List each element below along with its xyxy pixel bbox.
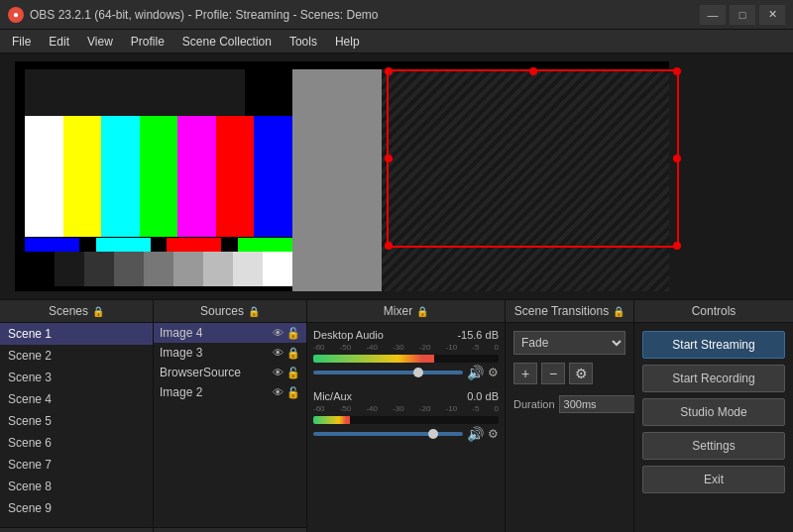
desktop-fader-thumb[interactable] <box>413 368 423 377</box>
handle-br <box>673 242 681 250</box>
settings-button[interactable]: Settings <box>642 432 785 460</box>
scene-item[interactable]: Scene 3 <box>0 367 153 388</box>
close-button[interactable]: ✕ <box>759 5 785 25</box>
mixer-panel-header: Mixer 🔒 <box>307 300 505 323</box>
menu-bar: FileEditViewProfileScene CollectionTools… <box>0 30 793 53</box>
mic-aux-channel: Mic/Aux 0.0 dB -60-50-40-30-20-10-50 🔊 ⚙ <box>313 390 499 442</box>
source-icons: 👁🔓 <box>273 386 300 399</box>
title-bar-left: ● OBS 23.2.1 (64-bit, windows) - Profile… <box>8 7 378 23</box>
transition-settings-button[interactable]: ⚙ <box>569 363 593 384</box>
desktop-fader-track[interactable] <box>313 371 463 374</box>
sources-lock-icon: 🔒 <box>248 306 260 317</box>
bar-blue <box>254 116 292 237</box>
start-streaming-button[interactable]: Start Streaming <box>642 331 785 359</box>
transitions-content: Fade Cut + − ⚙ Duration ▲ ▼ <box>506 323 633 532</box>
scene-item[interactable]: Scene 4 <box>0 388 153 410</box>
source-name: Image 4 <box>160 326 202 340</box>
mic-meter-bar <box>313 416 350 424</box>
scene-item[interactable]: Scene 1 <box>0 323 153 345</box>
source-lock-icon[interactable]: 🔓 <box>286 327 300 340</box>
controls-panel: Controls Start Streaming Start Recording… <box>634 300 793 532</box>
mic-fader-track[interactable] <box>313 432 463 436</box>
mixer-panel: Mixer 🔒 Desktop Audio -15.6 dB -60-50-40… <box>307 300 506 532</box>
controls-panel-header: Controls <box>634 300 793 323</box>
menu-item-scene-collection[interactable]: Scene Collection <box>174 33 280 51</box>
source-icons: 👁🔓 <box>273 327 300 340</box>
desktop-audio-channel: Desktop Audio -15.6 dB -60-50-40-30-20-1… <box>313 329 499 380</box>
desktop-audio-mute-icon[interactable]: 🔊 <box>467 365 484 380</box>
mic-meter <box>313 416 499 424</box>
scenes-panel: Scenes 🔒 Scene 1Scene 2Scene 3Scene 4Sce… <box>0 300 154 532</box>
mic-fader-thumb[interactable] <box>428 429 438 439</box>
desktop-audio-db: -15.6 dB <box>457 329 499 341</box>
app-icon: ● <box>8 7 24 23</box>
desktop-audio-name: Desktop Audio <box>313 329 384 341</box>
source-item[interactable]: BrowserSource👁🔓 <box>154 363 306 382</box>
maximize-button[interactable]: □ <box>730 5 755 25</box>
mixer-lock-icon: 🔒 <box>416 306 428 317</box>
start-recording-button[interactable]: Start Recording <box>642 365 785 392</box>
desktop-audio-settings-icon[interactable]: ⚙ <box>488 366 499 379</box>
menu-item-profile[interactable]: Profile <box>123 33 172 51</box>
source-lock-icon[interactable]: 🔒 <box>286 347 300 360</box>
sources-toolbar: + − ⚙ ∧ ∨ <box>154 527 306 532</box>
bar-cyan <box>101 116 140 237</box>
bars-top <box>25 116 292 237</box>
remove-transition-button[interactable]: − <box>541 363 565 384</box>
scene-item[interactable]: Scene 6 <box>0 432 153 454</box>
mic-mute-icon[interactable]: 🔊 <box>467 426 484 442</box>
controls-content: Start Streaming Start Recording Studio M… <box>634 323 793 532</box>
exit-button[interactable]: Exit <box>642 466 785 493</box>
canvas-container <box>15 61 669 291</box>
controls-label: Controls <box>692 304 736 318</box>
scenes-list: Scene 1Scene 2Scene 3Scene 4Scene 5Scene… <box>0 323 153 527</box>
desktop-fader: 🔊 ⚙ <box>313 365 499 380</box>
source-visibility-icon[interactable]: 👁 <box>273 347 283 360</box>
source-lock-icon[interactable]: 🔓 <box>286 367 300 379</box>
desktop-meter <box>313 355 499 363</box>
mic-fader: 🔊 ⚙ <box>313 426 499 442</box>
source-name: BrowserSource <box>160 366 241 379</box>
scene-item[interactable]: Scene 7 <box>0 454 153 476</box>
menu-item-view[interactable]: View <box>79 33 121 51</box>
window-controls: — □ ✕ <box>700 5 785 25</box>
source-visibility-icon[interactable]: 👁 <box>273 327 283 340</box>
desktop-audio-header: Desktop Audio -15.6 dB <box>313 329 499 341</box>
scene-item[interactable]: Scene 8 <box>0 476 153 497</box>
mic-settings-icon[interactable]: ⚙ <box>488 427 499 441</box>
bar-green <box>140 116 178 237</box>
add-transition-button[interactable]: + <box>513 363 537 384</box>
source-lock-icon[interactable]: 🔓 <box>286 386 300 399</box>
scenes-label: Scenes <box>49 304 88 318</box>
transition-select[interactable]: Fade Cut <box>513 331 625 355</box>
source-visibility-icon[interactable]: 👁 <box>273 386 283 399</box>
source-name: Image 2 <box>160 385 202 399</box>
scene-item[interactable]: Scene 9 <box>0 497 153 519</box>
minimize-button[interactable]: — <box>700 5 726 25</box>
source-item[interactable]: Image 3👁🔒 <box>154 343 306 363</box>
scene-item[interactable]: Scene 5 <box>0 410 153 432</box>
menu-item-file[interactable]: File <box>4 33 39 51</box>
menu-item-edit[interactable]: Edit <box>41 33 77 51</box>
mic-aux-name: Mic/Aux <box>313 390 352 402</box>
sources-panel: Sources 🔒 Image 4👁🔓Image 3👁🔒BrowserSourc… <box>154 300 307 532</box>
scenes-panel-header: Scenes 🔒 <box>0 300 153 323</box>
source-visibility-icon[interactable]: 👁 <box>273 367 283 379</box>
bar-white <box>25 116 63 237</box>
source-item[interactable]: Image 2👁🔓 <box>154 382 306 402</box>
menu-item-help[interactable]: Help <box>327 33 368 51</box>
title-bar: ● OBS 23.2.1 (64-bit, windows) - Profile… <box>0 0 793 30</box>
duration-label: Duration <box>513 398 555 410</box>
source-item[interactable]: Image 4👁🔓 <box>154 323 306 343</box>
color-bars <box>25 116 292 237</box>
bottom-strip <box>25 238 292 252</box>
desktop-meter-bar <box>313 355 434 363</box>
studio-mode-button[interactable]: Studio Mode <box>642 398 785 426</box>
source-icons: 👁🔒 <box>273 347 300 360</box>
menu-item-tools[interactable]: Tools <box>282 33 325 51</box>
preview-area <box>0 53 793 299</box>
bar-magenta <box>177 116 216 237</box>
source-name: Image 3 <box>160 346 202 360</box>
scene-item[interactable]: Scene 2 <box>0 345 153 367</box>
mixer-label: Mixer <box>384 304 412 318</box>
